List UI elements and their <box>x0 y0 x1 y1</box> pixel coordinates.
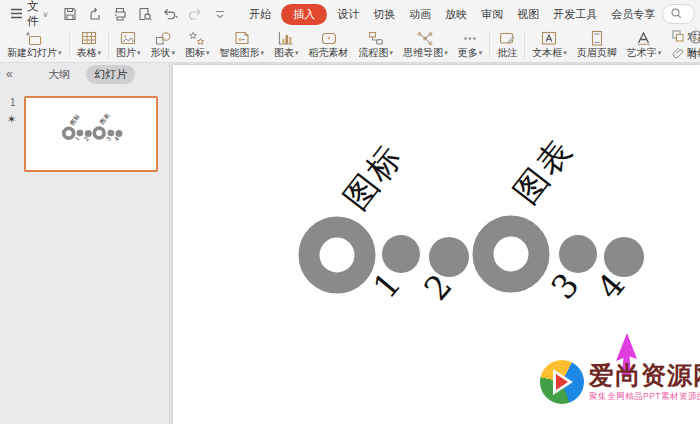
mindmap-icon <box>416 30 434 47</box>
ring-shape[interactable] <box>473 216 550 293</box>
table-button[interactable]: 表格▾ <box>72 29 107 61</box>
picture-button[interactable]: 图片▾ <box>111 29 146 61</box>
redo-button[interactable] <box>187 6 203 22</box>
thumb-label-icons: 图标 <box>68 112 82 127</box>
flowchart-icon <box>367 30 385 47</box>
more-label: 更多 <box>458 47 478 60</box>
docer-resource-label: 稻壳素材 <box>309 47 349 60</box>
collapse-panel-icon[interactable]: « <box>6 67 13 81</box>
circle-shape[interactable] <box>559 235 597 273</box>
watermark-subtitle: 聚集全网精品PPT素材资源的网站 <box>589 391 700 403</box>
mindmap-label: 思维导图 <box>403 47 443 60</box>
ribbon-tabs: 开始 插入 设计 切换 动画 放映 审阅 视图 开发工具 会员专享 <box>242 4 662 25</box>
dropdown-caret-icon: ▾ <box>206 49 210 58</box>
hamburger-menu-icon <box>10 5 23 23</box>
command-search[interactable] <box>662 4 695 24</box>
print-preview-button[interactable] <box>137 6 153 22</box>
picture-label: 图片 <box>116 47 136 60</box>
tab-transitions[interactable]: 切换 <box>366 4 402 25</box>
flowchart-button[interactable]: 流程图▾ <box>354 29 399 61</box>
table-icon <box>80 30 98 47</box>
export-button[interactable] <box>87 6 103 22</box>
more-dots-icon <box>461 30 479 47</box>
dropdown-caret-icon: ▾ <box>172 49 176 58</box>
chart-label: 图表 <box>274 47 294 60</box>
icons-button[interactable]: 图标▾ <box>180 29 215 61</box>
file-menu-caret-icon: ∨ <box>43 10 49 19</box>
dropdown-caret-icon: ▾ <box>563 49 567 58</box>
chart-button[interactable]: 图表▾ <box>269 29 304 61</box>
titlebar: 文件 ∨ <box>0 0 700 28</box>
slide-text-chart[interactable]: 图表 <box>504 129 584 213</box>
ribbon: 新建幻灯片▾ 表格▾ 图片▾ 形状▾ 图标▾ 智能图形▾ 图表▾ <box>0 28 700 63</box>
smart-graphic-icon <box>233 30 251 47</box>
icons-label: 图标 <box>185 47 205 60</box>
slide-thumbnail[interactable]: 图标 图表 1 2 3 4 <box>24 96 158 172</box>
wordart-button[interactable]: 艺术字▾ <box>622 29 667 61</box>
more-button[interactable]: 更多▾ <box>453 29 488 61</box>
chart-icon <box>277 30 295 47</box>
tab-review[interactable]: 审阅 <box>474 4 510 25</box>
tab-slideshow[interactable]: 放映 <box>438 4 474 25</box>
header-footer-button[interactable]: 页眉页脚 <box>572 29 622 61</box>
comment-button[interactable]: 批注 <box>492 29 522 61</box>
comment-icon <box>498 30 516 47</box>
ring-shape[interactable] <box>299 217 376 294</box>
dropdown-caret-icon: ▾ <box>137 49 141 58</box>
wordart-label: 艺术字 <box>627 47 657 60</box>
dropdown-caret-icon: ▾ <box>295 49 299 58</box>
tab-animations[interactable]: 动画 <box>402 4 438 25</box>
textbox-label: 文本框 <box>532 47 562 60</box>
slide-text-icons[interactable]: 图标 <box>334 135 414 219</box>
dropdown-caret-icon: ▾ <box>658 49 662 58</box>
print-button[interactable] <box>112 6 128 22</box>
symbol-icon <box>688 29 700 49</box>
new-slide-label: 新建幻灯片 <box>7 47 57 60</box>
mindmap-button[interactable]: 思维导图▾ <box>398 29 453 61</box>
dropdown-caret-icon: ▾ <box>98 49 102 58</box>
undo-button[interactable] <box>162 6 178 22</box>
shapes-label: 形状 <box>151 47 171 60</box>
dropdown-caret-icon: ▾ <box>390 49 394 58</box>
tab-outline[interactable]: 大纲 <box>40 65 78 84</box>
tab-view[interactable]: 视图 <box>510 4 546 25</box>
flowchart-label: 流程图 <box>359 47 389 60</box>
save-button[interactable] <box>62 6 78 22</box>
new-slide-icon <box>25 30 43 47</box>
docer-resource-icon <box>320 30 338 47</box>
quick-access-toolbar <box>62 6 228 22</box>
icons-icon <box>188 30 206 47</box>
circle-shape[interactable] <box>382 235 420 273</box>
watermark-play-logo-icon <box>540 360 584 404</box>
symbol-button[interactable]: 符号 <box>688 28 700 63</box>
docer-resource-button[interactable]: 稻壳素材 <box>304 29 354 61</box>
shapes-button[interactable]: 形状▾ <box>146 29 181 61</box>
textbox-button[interactable]: 文本框▾ <box>527 29 572 61</box>
watermark: 爱尚资源网 聚集全网精品PPT素材资源的网站 <box>540 360 700 404</box>
picture-icon <box>119 30 137 47</box>
tab-insert[interactable]: 插入 <box>281 4 327 25</box>
textbox-icon <box>540 30 558 47</box>
panel-tabs: 大纲 幻灯片 <box>13 65 163 84</box>
ribbon-separator <box>108 32 109 58</box>
panel-header: « 大纲 幻灯片 <box>0 63 169 85</box>
file-menu-button[interactable]: 文件 ∨ <box>6 0 52 29</box>
header-footer-label: 页眉页脚 <box>577 47 617 60</box>
symbol-label: 符号 <box>688 49 700 62</box>
slide-panel: « 大纲 幻灯片 1 ✶ 图标 图表 <box>0 63 170 424</box>
tab-home[interactable]: 开始 <box>242 4 278 25</box>
customize-toolbar-chevron-icon[interactable] <box>212 6 228 22</box>
tab-slides[interactable]: 幻灯片 <box>86 65 135 84</box>
new-slide-button[interactable]: 新建幻灯片▾ <box>2 29 67 61</box>
dropdown-caret-icon: ▾ <box>58 49 62 58</box>
tab-developer[interactable]: 开发工具 <box>546 4 604 25</box>
watermark-title: 爱尚资源网 <box>589 360 700 391</box>
thumb-label-chart: 图表 <box>98 111 112 126</box>
tab-member[interactable]: 会员专享 <box>604 4 662 25</box>
wordart-icon <box>635 30 653 47</box>
shapes-icon <box>154 30 172 47</box>
dropdown-caret-icon: ▾ <box>261 49 265 58</box>
smart-graphic-button[interactable]: 智能图形▾ <box>215 29 270 61</box>
tab-design[interactable]: 设计 <box>330 4 366 25</box>
ribbon-separator <box>489 32 490 58</box>
